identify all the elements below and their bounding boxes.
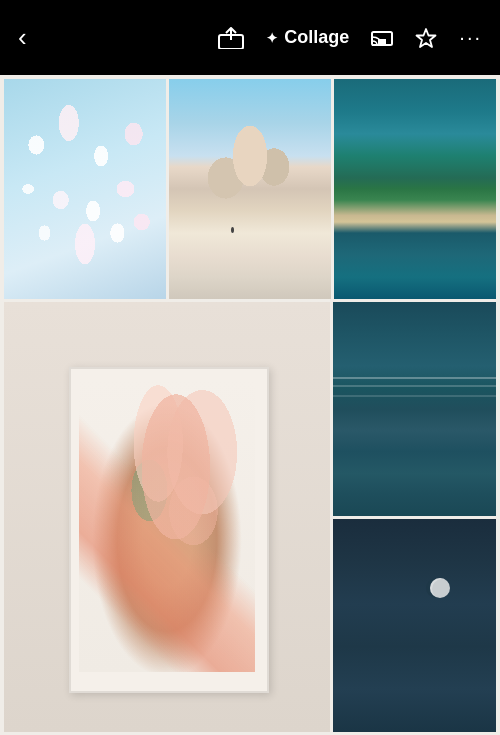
more-icon: ··· bbox=[459, 26, 482, 49]
svg-marker-4 bbox=[417, 29, 436, 47]
cast-icon bbox=[371, 29, 393, 47]
upload-icon bbox=[218, 27, 244, 49]
list-item[interactable] bbox=[333, 302, 496, 516]
portrait-face bbox=[79, 379, 255, 671]
title-area: ✦ Collage bbox=[266, 27, 349, 48]
top-bar: ‹ ✦ Collage bbox=[0, 0, 500, 75]
top-row bbox=[4, 79, 496, 299]
more-button[interactable]: ··· bbox=[459, 26, 482, 49]
star-button[interactable] bbox=[415, 27, 437, 49]
cast-button[interactable] bbox=[371, 29, 393, 47]
list-item[interactable] bbox=[333, 519, 496, 733]
back-button[interactable]: ‹ bbox=[18, 22, 27, 53]
portrait-inner bbox=[79, 379, 255, 671]
list-item[interactable] bbox=[4, 302, 330, 732]
bottom-row bbox=[4, 302, 496, 732]
page-title: Collage bbox=[284, 27, 349, 48]
toolbar-right: ✦ Collage ··· bbox=[218, 26, 482, 49]
collage-grid bbox=[0, 75, 500, 735]
list-item[interactable] bbox=[334, 79, 496, 299]
list-item[interactable] bbox=[4, 79, 166, 299]
upload-button[interactable] bbox=[218, 27, 244, 49]
back-icon: ‹ bbox=[18, 22, 27, 53]
sparkle-icon: ✦ bbox=[266, 30, 278, 46]
list-item[interactable] bbox=[169, 79, 331, 299]
right-stack bbox=[333, 302, 496, 732]
star-icon bbox=[415, 27, 437, 49]
